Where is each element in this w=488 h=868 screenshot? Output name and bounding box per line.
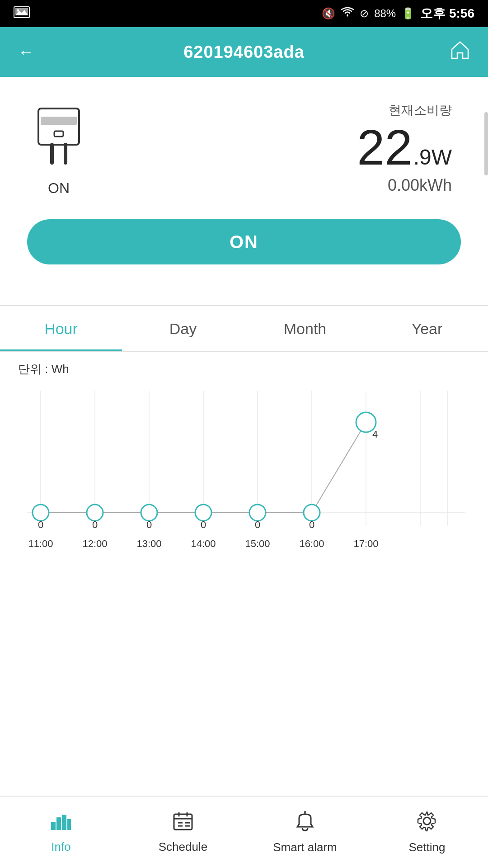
scrollbar xyxy=(484,112,488,175)
status-time: 오후 5:56 xyxy=(420,5,474,22)
nav-label-smart-alarm: Smart alarm xyxy=(273,840,337,854)
svg-rect-35 xyxy=(62,815,66,830)
tab-day[interactable]: Day xyxy=(122,306,244,351)
no-signal-icon: ⊘ xyxy=(360,7,369,20)
data-point-4 xyxy=(249,505,266,521)
svg-text:12:00: 12:00 xyxy=(82,538,107,549)
svg-text:11:00: 11:00 xyxy=(28,538,53,549)
battery-icon: 🔋 xyxy=(401,7,415,20)
current-label: 현재소비량 xyxy=(389,102,452,119)
back-button[interactable]: ← xyxy=(18,42,34,61)
device-info-area: 현재소비량 22 .9W 0.00kWh xyxy=(90,102,461,195)
page-title: 620194603ada xyxy=(183,42,305,62)
gear-icon xyxy=(417,811,437,836)
calendar-icon xyxy=(173,811,193,835)
svg-text:0: 0 xyxy=(92,519,98,530)
svg-text:17:00: 17:00 xyxy=(353,538,378,549)
svg-rect-5 xyxy=(41,117,77,125)
svg-point-47 xyxy=(423,817,431,825)
mute-icon: 🔇 xyxy=(322,7,335,20)
svg-text:16:00: 16:00 xyxy=(299,538,324,549)
svg-text:4: 4 xyxy=(372,429,378,440)
status-bar: 🔇 ⊘ 88% 🔋 오후 5:56 xyxy=(0,0,488,27)
wifi-icon xyxy=(341,7,354,20)
device-section: ON 현재소비량 22 .9W 0.00kWh xyxy=(0,77,488,210)
svg-point-3 xyxy=(17,9,19,12)
bottom-nav: Info Schedule xyxy=(0,796,488,868)
data-point-5 xyxy=(304,505,320,521)
svg-text:0: 0 xyxy=(146,519,152,530)
svg-point-46 xyxy=(304,811,306,813)
tab-hour[interactable]: Hour xyxy=(0,306,122,351)
status-image-icon xyxy=(14,6,30,21)
nav-item-setting[interactable]: Setting xyxy=(366,797,488,868)
watt-big: 22 xyxy=(357,123,412,172)
tabs-row: Hour Day Month Year xyxy=(0,306,488,352)
data-point-2 xyxy=(141,505,157,521)
device-icon-area: ON xyxy=(27,99,90,197)
nav-item-info[interactable]: Info xyxy=(0,797,122,868)
svg-rect-33 xyxy=(51,822,56,830)
svg-text:0: 0 xyxy=(38,519,43,530)
svg-text:0: 0 xyxy=(309,519,314,530)
svg-rect-34 xyxy=(56,817,61,830)
svg-rect-6 xyxy=(54,131,63,137)
nav-item-smart-alarm[interactable]: Smart alarm xyxy=(244,797,366,868)
tab-month[interactable]: Month xyxy=(244,306,366,351)
tab-year[interactable]: Year xyxy=(366,306,488,351)
data-point-3 xyxy=(195,505,211,521)
svg-text:15:00: 15:00 xyxy=(245,538,270,549)
plug-icon xyxy=(27,99,90,172)
svg-rect-4 xyxy=(38,108,79,145)
svg-rect-37 xyxy=(174,814,192,830)
svg-text:13:00: 13:00 xyxy=(136,538,161,549)
nav-item-schedule[interactable]: Schedule xyxy=(122,797,244,868)
app-header: ← 620194603ada xyxy=(0,27,488,77)
chart-container: 0 0 0 0 0 0 4 11:00 12:00 13:00 14:00 15… xyxy=(14,386,474,567)
nav-label-setting: Setting xyxy=(409,840,446,854)
watt-display: 22 .9W xyxy=(357,123,452,172)
bell-icon xyxy=(296,811,314,836)
watt-small: .9W xyxy=(413,145,452,170)
bar-chart-icon xyxy=(50,811,72,835)
nav-label-info: Info xyxy=(51,840,70,854)
device-status-label: ON xyxy=(48,180,70,197)
data-point-0 xyxy=(33,505,49,521)
svg-text:0: 0 xyxy=(201,519,206,530)
svg-text:0: 0 xyxy=(255,519,260,530)
svg-rect-36 xyxy=(67,819,71,830)
kwh-display: 0.00kWh xyxy=(388,176,452,195)
battery-percent: 88% xyxy=(374,7,396,20)
power-button[interactable]: ON xyxy=(27,219,461,264)
data-point-1 xyxy=(87,505,103,521)
home-button[interactable] xyxy=(450,40,470,64)
on-button-area: ON xyxy=(0,210,488,292)
chart-unit-label: 단위 : Wh xyxy=(14,361,474,377)
chart-area: 단위 : Wh xyxy=(0,352,488,580)
svg-text:14:00: 14:00 xyxy=(191,538,216,549)
nav-label-schedule: Schedule xyxy=(159,840,207,854)
chart-svg: 0 0 0 0 0 0 4 11:00 12:00 13:00 14:00 15… xyxy=(14,386,474,567)
